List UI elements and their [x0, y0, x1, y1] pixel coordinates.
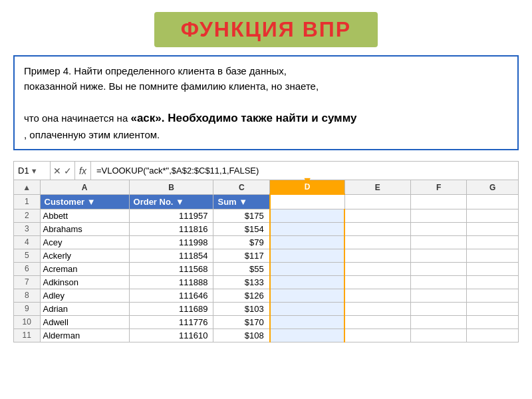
desc-highlight: «аск».: [130, 112, 164, 124]
cell-d-row11[interactable]: [270, 329, 345, 342]
cell-e-row3[interactable]: [344, 222, 410, 235]
cell-g-row8[interactable]: [467, 289, 519, 302]
cell-sum-row6[interactable]: $55: [213, 262, 270, 275]
cell-d-row4[interactable]: [270, 235, 345, 249]
cell-g-row2[interactable]: [467, 209, 519, 222]
cell-order-no-row8[interactable]: 111646: [129, 289, 213, 302]
orderno-filter-icon[interactable]: ▼: [176, 197, 184, 207]
cell-ref-dropdown-icon[interactable]: ▼: [31, 167, 38, 175]
cell-order-no-row5[interactable]: 111854: [129, 249, 213, 262]
cell-customer-row11[interactable]: Alderman: [40, 329, 129, 342]
cell-sum-row2[interactable]: $175: [213, 209, 270, 222]
cancel-formula-icon[interactable]: ✕: [53, 166, 61, 176]
cell-customer-row2[interactable]: Abbett: [40, 209, 129, 222]
cell-g-row3[interactable]: [467, 222, 519, 235]
col-header-e[interactable]: E: [344, 180, 410, 195]
cell-f-row10[interactable]: [410, 315, 467, 329]
cell-reference[interactable]: D1 ▼: [14, 162, 51, 180]
col-header-f[interactable]: F: [410, 180, 467, 195]
cell-sum-row10[interactable]: $170: [213, 315, 270, 329]
cell-order-no-row7[interactable]: 111888: [129, 275, 213, 289]
col-header-d[interactable]: D: [270, 180, 345, 195]
table-row: 2Abbett111957$175: [14, 209, 519, 222]
cell-e-row6[interactable]: [344, 262, 410, 275]
table-row: 7Adkinson111888$133: [14, 275, 519, 289]
table-row: 4Acey111998$79: [14, 235, 519, 249]
header-sum[interactable]: Sum ▼: [213, 194, 270, 209]
cell-customer-row4[interactable]: Acey: [40, 235, 129, 249]
cell-sum-row7[interactable]: $133: [213, 275, 270, 289]
cell-f-row11[interactable]: [410, 329, 467, 342]
col-header-g[interactable]: G: [467, 180, 519, 195]
cell-d-row7[interactable]: [270, 275, 345, 289]
cell-d-row2[interactable]: [270, 209, 345, 222]
cell-d-row6[interactable]: [270, 262, 345, 275]
cell-f-row8[interactable]: [410, 289, 467, 302]
confirm-formula-icon[interactable]: ✓: [64, 166, 72, 176]
cell-f-row7[interactable]: [410, 275, 467, 289]
cell-f-row4[interactable]: [410, 235, 467, 249]
cell-customer-row3[interactable]: Abrahams: [40, 222, 129, 235]
cell-order-no-row3[interactable]: 111816: [129, 222, 213, 235]
table-row: 11Alderman111610$108: [14, 329, 519, 342]
cell-customer-row6[interactable]: Acreman: [40, 262, 129, 275]
cell-customer-row5[interactable]: Ackerly: [40, 249, 129, 262]
cell-e-row9[interactable]: [344, 302, 410, 315]
cell-f-row6[interactable]: [410, 262, 467, 275]
header-customer[interactable]: Customer ▼: [40, 194, 129, 209]
sum-filter-icon[interactable]: ▼: [239, 197, 247, 207]
cell-e-row10[interactable]: [344, 315, 410, 329]
cell-g-row10[interactable]: [467, 315, 519, 329]
cell-sum-row8[interactable]: $126: [213, 289, 270, 302]
cell-g-row5[interactable]: [467, 249, 519, 262]
cell-d-row8[interactable]: [270, 289, 345, 302]
cell-sum-row5[interactable]: $117: [213, 249, 270, 262]
cell-f-row9[interactable]: [410, 302, 467, 315]
cell-customer-row8[interactable]: Adley: [40, 289, 129, 302]
cell-sum-row3[interactable]: $154: [213, 222, 270, 235]
cell-customer-row9[interactable]: Adrian: [40, 302, 129, 315]
col-header-c[interactable]: C: [213, 180, 270, 195]
header-d-active[interactable]: [270, 194, 345, 209]
cell-g-row6[interactable]: [467, 262, 519, 275]
row-num-9: 9: [14, 302, 41, 315]
cell-e-row2[interactable]: [344, 209, 410, 222]
cell-e-row5[interactable]: [344, 249, 410, 262]
cell-sum-row9[interactable]: $103: [213, 302, 270, 315]
formula-icons: ✕ ✓: [51, 162, 75, 180]
cell-order-no-row4[interactable]: 111998: [129, 235, 213, 249]
cell-e-row11[interactable]: [344, 329, 410, 342]
cell-order-no-row2[interactable]: 111957: [129, 209, 213, 222]
cell-order-no-row9[interactable]: 111689: [129, 302, 213, 315]
cell-f-row5[interactable]: [410, 249, 467, 262]
cell-sum-row11[interactable]: $108: [213, 329, 270, 342]
cell-d-row3[interactable]: [270, 222, 345, 235]
table-row: 6Acreman111568$55: [14, 262, 519, 275]
cell-g-row11[interactable]: [467, 329, 519, 342]
cell-order-no-row11[interactable]: 111610: [129, 329, 213, 342]
header-f: [410, 194, 467, 209]
cell-order-no-row6[interactable]: 111568: [129, 262, 213, 275]
cell-customer-row7[interactable]: Adkinson: [40, 275, 129, 289]
cell-f-row2[interactable]: [410, 209, 467, 222]
cell-customer-row10[interactable]: Adwell: [40, 315, 129, 329]
cell-sum-row4[interactable]: $79: [213, 235, 270, 249]
cell-d-row9[interactable]: [270, 302, 345, 315]
header-orderno[interactable]: Order No. ▼: [129, 194, 213, 209]
cell-g-row9[interactable]: [467, 302, 519, 315]
cell-order-no-row10[interactable]: 111776: [129, 315, 213, 329]
cell-e-row4[interactable]: [344, 235, 410, 249]
cell-f-row3[interactable]: [410, 222, 467, 235]
cell-d-row5[interactable]: [270, 249, 345, 262]
cell-e-row7[interactable]: [344, 275, 410, 289]
col-header-b[interactable]: B: [129, 180, 213, 195]
cell-e-row8[interactable]: [344, 289, 410, 302]
formula-content[interactable]: =VLOOKUP("ack*",$A$2:$C$11,1,FALSE): [91, 166, 518, 176]
cell-g-row4[interactable]: [467, 235, 519, 249]
row-num-7: 7: [14, 275, 41, 289]
cell-d-row10[interactable]: [270, 315, 345, 329]
col-header-a[interactable]: A: [40, 180, 129, 195]
cell-g-row7[interactable]: [467, 275, 519, 289]
customer-filter-icon[interactable]: ▼: [87, 197, 96, 207]
header-g: [467, 194, 519, 209]
